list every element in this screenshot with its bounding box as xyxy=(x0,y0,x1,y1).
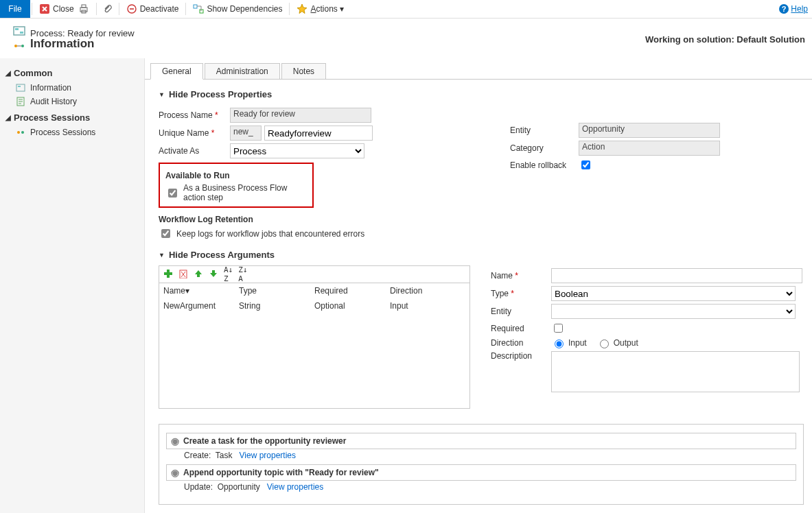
step-1-title: Create a task for the opportunity review… xyxy=(183,436,346,446)
arg-label-description: Description xyxy=(491,351,551,361)
highlight-available-to-run: Available to Run As a Business Process F… xyxy=(159,163,314,208)
tab-notes[interactable]: Notes xyxy=(281,63,326,79)
close-label: Close xyxy=(53,4,74,14)
help-link[interactable]: ? Help xyxy=(778,3,808,14)
sort-desc-icon[interactable]: Z↓A xyxy=(238,265,247,283)
col-name[interactable]: Name▾ xyxy=(163,286,239,296)
arg-field-required[interactable] xyxy=(554,324,563,333)
nav-process-sessions[interactable]: Process Sessions xyxy=(5,126,140,139)
svg-point-13 xyxy=(21,45,24,47)
show-deps-button[interactable]: Show Dependencies xyxy=(193,3,282,14)
tab-general[interactable]: General xyxy=(150,63,203,80)
move-up-icon[interactable] xyxy=(194,269,203,281)
cell-required: Optional xyxy=(314,301,390,311)
move-down-icon[interactable] xyxy=(209,269,218,281)
audit-icon xyxy=(15,96,26,107)
checkbox-bpf-input[interactable] xyxy=(168,189,177,198)
arg-field-type[interactable]: Boolean xyxy=(551,286,796,301)
field-activate-as[interactable]: Process xyxy=(230,143,364,158)
field-unique-prefix: new_ xyxy=(230,126,262,141)
svg-rect-10 xyxy=(15,28,19,30)
svg-text:?: ? xyxy=(782,5,787,13)
close-icon xyxy=(39,3,50,14)
actions-mnemonic: A xyxy=(310,4,316,14)
col-direction[interactable]: Direction xyxy=(390,286,465,296)
deactivate-button[interactable]: Deactivate xyxy=(126,3,179,14)
dependencies-icon xyxy=(193,3,204,14)
field-unique-name[interactable] xyxy=(264,126,373,141)
step-2-title-row[interactable]: ◉ Append opportunity topic with "Ready f… xyxy=(166,464,796,481)
svg-rect-20 xyxy=(164,272,172,275)
label-unique-name: Unique Name xyxy=(159,128,230,138)
field-category: Action xyxy=(579,141,720,156)
sort-asc-icon[interactable]: A↓Z xyxy=(224,265,233,283)
process-icon xyxy=(12,24,26,40)
arg-field-description[interactable] xyxy=(551,351,800,392)
nav-information[interactable]: Information xyxy=(5,81,140,95)
col-type[interactable]: Type xyxy=(239,286,314,296)
svg-rect-9 xyxy=(14,27,25,35)
delete-icon[interactable] xyxy=(178,269,188,281)
label-process-name: Process Name xyxy=(159,110,230,120)
field-process-name: Ready for review xyxy=(230,108,371,123)
deactivate-icon xyxy=(126,3,137,14)
label-available-to-run: Available to Run xyxy=(165,171,307,180)
step-2-view-link[interactable]: View properties xyxy=(267,482,324,492)
arg-label-name: Name xyxy=(491,271,551,281)
header: Process: Ready for review Information Wo… xyxy=(0,19,812,58)
label-category: Category xyxy=(510,143,579,153)
nav-audit-history[interactable]: Audit History xyxy=(5,95,140,108)
args-row[interactable]: NewArgument String Optional Input xyxy=(159,298,469,313)
arg-label-direction: Direction xyxy=(491,338,551,348)
args-toolbar: A↓Z Z↓A xyxy=(159,265,470,283)
svg-point-17 xyxy=(17,131,20,134)
section-hide-process-args[interactable]: ▼Hide Process Arguments xyxy=(159,250,804,260)
actions-icon xyxy=(297,3,308,14)
svg-point-12 xyxy=(14,45,17,47)
tabs: General Administration Notes xyxy=(145,58,812,80)
add-icon[interactable] xyxy=(163,269,173,281)
checkbox-enable-rollback[interactable] xyxy=(581,160,590,169)
actions-menu[interactable]: AActionsctions ▾ xyxy=(297,3,344,14)
cell-name: NewArgument xyxy=(163,301,239,311)
cell-direction: Input xyxy=(390,301,465,311)
label-enable-rollback: Enable rollback xyxy=(510,160,579,170)
attachment-icon[interactable] xyxy=(102,3,113,14)
tab-administration[interactable]: Administration xyxy=(205,63,280,79)
step-1-action: Create: xyxy=(184,451,211,460)
label-log-retention: Workflow Log Retention xyxy=(159,215,373,224)
show-deps-label: Show Dependencies xyxy=(207,4,282,14)
arg-field-entity[interactable] xyxy=(551,304,796,319)
section-hide-process-props[interactable]: ▼Hide Process Properties xyxy=(159,89,804,99)
checkbox-keep-logs[interactable]: Keep logs for workflow jobs that encount… xyxy=(159,227,373,240)
step-2-title: Append opportunity topic with "Ready for… xyxy=(183,468,379,477)
checkbox-bpf-action-step[interactable]: As a Business Process Flow action step xyxy=(165,183,307,202)
arg-field-name[interactable] xyxy=(551,268,802,283)
page-title: Information xyxy=(30,37,135,51)
sessions-icon xyxy=(15,127,26,138)
print-icon[interactable] xyxy=(78,3,89,14)
checkbox-bpf-label: As a Business Process Flow action step xyxy=(183,183,307,202)
close-button[interactable]: Close xyxy=(39,3,74,14)
checkbox-keep-logs-input[interactable] xyxy=(161,229,170,238)
radio-output[interactable]: Output xyxy=(596,337,638,348)
arg-label-required: Required xyxy=(491,324,551,333)
label-entity: Entity xyxy=(510,126,579,135)
deactivate-label: Deactivate xyxy=(140,4,179,14)
step-1-title-row[interactable]: ◉ Create a task for the opportunity revi… xyxy=(166,433,796,449)
svg-point-18 xyxy=(21,131,24,134)
col-required[interactable]: Required xyxy=(314,286,390,296)
step-1-view-link[interactable]: View properties xyxy=(240,451,297,460)
svg-rect-15 xyxy=(18,86,21,87)
nav-section-common[interactable]: ◢Common xyxy=(5,68,140,78)
nav-section-sessions[interactable]: ◢Process Sessions xyxy=(5,112,140,123)
svg-rect-5 xyxy=(194,5,197,8)
toolbar: File Close Deactivate Show Depend xyxy=(0,0,812,19)
svg-rect-2 xyxy=(82,5,86,8)
step-row-2: ◉ Append opportunity topic with "Ready f… xyxy=(166,464,796,496)
file-menu[interactable]: File xyxy=(0,0,30,18)
checkbox-keep-logs-label: Keep logs for workflow jobs that encount… xyxy=(176,229,364,239)
solution-context: Working on solution: Default Solution xyxy=(645,34,805,45)
workflow-icon xyxy=(13,40,25,54)
radio-input[interactable]: Input xyxy=(551,337,587,348)
